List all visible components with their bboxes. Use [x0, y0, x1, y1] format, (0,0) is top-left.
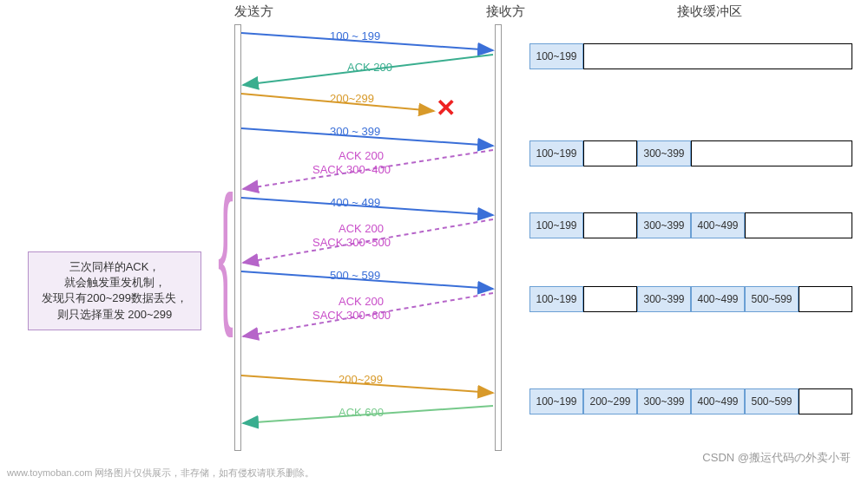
buffer-cell: 100~199 [529, 388, 583, 414]
ack-200-4: ACK 200 [339, 295, 384, 308]
msg-500-599: 500 ~ 599 [330, 269, 380, 282]
note-line-2: 就会触发重发机制， [32, 275, 197, 290]
ack-600: ACK 600 [339, 406, 384, 419]
buffer-row-3: 100~199 300~399 400~499 [529, 212, 852, 238]
buffer-cell [583, 286, 637, 312]
note-box: 三次同样的ACK， 就会触发重发机制， 发现只有200~299数据丢失， 则只选… [28, 251, 201, 330]
buffer-cell [583, 43, 852, 69]
sack-300-500: SACK 300~500 [312, 236, 391, 249]
buffer-cell: 400~499 [691, 388, 745, 414]
lost-x-icon: ✕ [436, 94, 456, 122]
buffer-cell: 300~399 [637, 286, 691, 312]
buffer-row-1: 100~199 [529, 43, 852, 69]
buffer-cell [583, 212, 637, 238]
buffer-cell: 200~299 [583, 388, 637, 414]
buffer-cell [583, 140, 637, 166]
buffer-cell: 500~599 [745, 388, 799, 414]
buffer-cell [799, 286, 852, 312]
buffer-row-4: 100~199 300~399 400~499 500~599 [529, 286, 852, 312]
ack-200-2: ACK 200 [339, 149, 384, 162]
buffer-cell: 400~499 [691, 212, 745, 238]
buffer-cell: 100~199 [529, 43, 583, 69]
note-line-4: 则只选择重发 200~299 [32, 307, 197, 323]
buffer-cell [745, 212, 852, 238]
msg-200-299-lost: 200~299 [330, 92, 374, 105]
sack-300-400: SACK 300~400 [312, 163, 391, 176]
sack-300-600: SACK 300~600 [312, 309, 391, 322]
buffer-cell: 100~199 [529, 286, 583, 312]
buffer-cell: 100~199 [529, 212, 583, 238]
buffer-cell: 300~399 [637, 388, 691, 414]
buffer-cell: 100~199 [529, 140, 583, 166]
msg-400-499: 400 ~ 499 [330, 196, 380, 209]
ack-200-1: ACK 200 [347, 61, 392, 74]
sequence-diagram: 100 ~ 199 ACK 200 200~299 ✕ 300 ~ 399 AC… [234, 24, 512, 449]
note-line-3: 发现只有200~299数据丢失， [32, 290, 197, 306]
brace-icon: { [218, 173, 233, 330]
header-sender: 发送方 [234, 3, 273, 20]
buffer-row-2: 100~199 300~399 [529, 140, 852, 166]
credit-text: CSDN @搬运代码の外卖小哥 [702, 450, 851, 466]
msg-100-199: 100 ~ 199 [330, 29, 380, 42]
buffer-cell: 300~399 [637, 140, 691, 166]
header-receiver: 接收方 [486, 3, 525, 20]
note-line-1: 三次同样的ACK， [32, 259, 197, 275]
footer-text: www.toymoban.com 网络图片仅供展示，非存储，如有侵权请联系删除。 [7, 467, 314, 480]
buffer-cell [799, 388, 852, 414]
msg-200-299-resend: 200~299 [339, 373, 383, 386]
buffer-cell [691, 140, 852, 166]
msg-300-399: 300 ~ 399 [330, 125, 380, 138]
buffer-cell: 300~399 [637, 212, 691, 238]
ack-200-3: ACK 200 [339, 222, 384, 235]
header-buffer: 接收缓冲区 [677, 3, 742, 20]
buffer-row-5: 100~199 200~299 300~399 400~499 500~599 [529, 388, 852, 414]
buffer-cell: 500~599 [745, 286, 799, 312]
buffer-cell: 400~499 [691, 286, 745, 312]
